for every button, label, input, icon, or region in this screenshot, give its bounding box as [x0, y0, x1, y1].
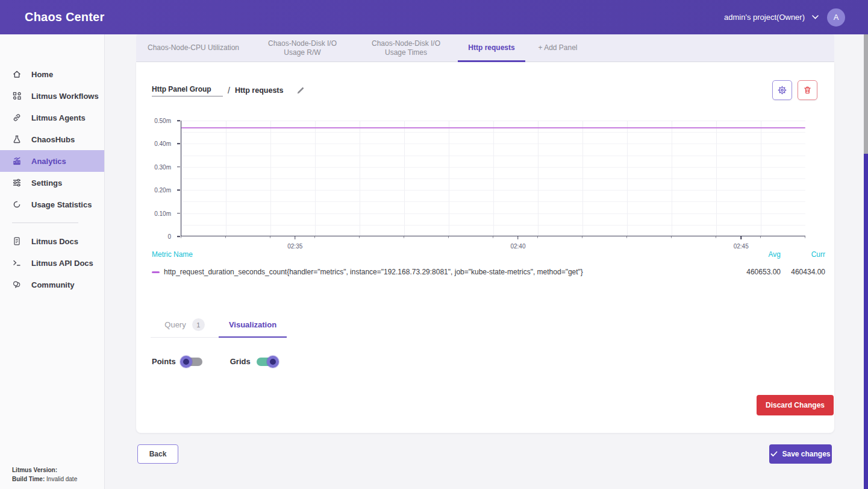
- analytics-icon: [12, 156, 22, 166]
- legend-row[interactable]: http_request_duration_seconds_count{hand…: [136, 267, 834, 279]
- chevron-down-icon: [812, 15, 819, 19]
- document-icon: [12, 236, 22, 246]
- y-tick-label: 0.50m: [154, 118, 171, 124]
- grids-label: Grids: [230, 357, 251, 366]
- sidebar: Home Litmus Workflows Litmus Agents Chao…: [0, 34, 105, 489]
- metric-curr-value: 460434.00: [781, 268, 825, 276]
- build-time-value: Invalid date: [45, 476, 77, 482]
- y-axis-labels: 0.50m0.40m0.30m0.20m0.10m0: [136, 121, 176, 236]
- visualization-tab-label: Visualization: [229, 320, 276, 329]
- sidebar-item-community[interactable]: Community: [0, 274, 104, 295]
- home-icon: [12, 69, 22, 79]
- y-tick-mark: [177, 166, 180, 168]
- tab-query[interactable]: Query 1: [151, 312, 219, 337]
- sidebar-nav: Home Litmus Workflows Litmus Agents Chao…: [0, 34, 104, 295]
- y-tick-mark: [177, 213, 180, 214]
- save-button-label: Save changes: [782, 450, 830, 458]
- discard-changes-button[interactable]: Discard Changes: [757, 395, 834, 415]
- project-dropdown[interactable]: admin's project(Owner): [724, 13, 819, 22]
- points-label: Points: [152, 357, 176, 366]
- y-tick-label: 0.10m: [154, 210, 171, 216]
- sidebar-item-label: Usage Statistics: [31, 200, 92, 209]
- delete-panel-button[interactable]: [798, 80, 817, 100]
- panel-group-name-input[interactable]: [152, 84, 223, 96]
- metric-chart: 0.50m0.40m0.30m0.20m0.10m0 02:3502:4002:…: [136, 116, 834, 255]
- tab-chaos-node-cpu-utilization[interactable]: Chaos-Node-CPU Utilization: [136, 34, 251, 62]
- sidebar-item-label: Analytics: [31, 157, 66, 166]
- panel-name-row: / Http requests: [152, 84, 305, 96]
- link-icon: [12, 113, 22, 122]
- sidebar-item-label: ChaosHubs: [31, 135, 75, 144]
- x-tick-mark: [517, 236, 519, 239]
- tab-add-panel[interactable]: + Add Panel: [525, 34, 590, 62]
- y-tick-mark: [177, 236, 180, 237]
- chart-plot-area: [181, 121, 805, 236]
- sidebar-item-litmus-docs[interactable]: Litmus Docs: [0, 230, 104, 252]
- project-label: admin's project(Owner): [724, 13, 805, 22]
- sidebar-item-settings[interactable]: Settings: [0, 172, 104, 194]
- panel-editor-card: / Http requests 0.50m0.40m0.30m: [136, 62, 834, 433]
- community-icon: [12, 280, 22, 289]
- app-title: Chaos Center: [25, 10, 104, 24]
- avatar[interactable]: A: [827, 8, 845, 27]
- save-changes-button[interactable]: Save changes: [769, 444, 832, 464]
- y-tick-label: 0: [167, 233, 171, 240]
- x-axis-labels: 02:3502:4002:45: [181, 239, 805, 251]
- sidebar-item-label: Community: [31, 280, 75, 289]
- x-tick-label: 02:35: [287, 243, 302, 250]
- y-tick-label: 0.20m: [154, 187, 171, 194]
- sidebar-item-analytics[interactable]: Analytics: [0, 150, 104, 172]
- sidebar-item-litmus-workflows[interactable]: Litmus Workflows: [0, 85, 104, 107]
- legend-header: Metric Name Avg Curr: [136, 250, 834, 260]
- y-tick-mark: [177, 189, 180, 191]
- panel-settings-button[interactable]: [772, 80, 792, 100]
- panel-tab-strip: Chaos-Node-CPU Utilization Chaos-Node-Di…: [136, 34, 834, 62]
- query-tab-label: Query: [164, 320, 186, 329]
- edit-panel-name-button[interactable]: [296, 86, 305, 95]
- sidebar-item-label: Settings: [31, 178, 62, 188]
- x-tick-label: 02:45: [734, 243, 749, 250]
- sidebar-divider: [12, 222, 78, 223]
- points-toggle[interactable]: [182, 358, 202, 366]
- grids-toggle[interactable]: [257, 358, 277, 366]
- grids-toggle-group: Grids: [230, 357, 277, 366]
- sidebar-item-chaoshubs[interactable]: ChaosHubs: [0, 128, 104, 150]
- top-bar-right: admin's project(Owner) A: [724, 0, 845, 34]
- sidebar-item-home[interactable]: Home: [0, 63, 104, 85]
- usage-statistics-icon: [12, 200, 22, 209]
- back-button[interactable]: Back: [137, 444, 178, 464]
- legend-title: Metric Name: [152, 250, 193, 259]
- metric-name: http_request_duration_seconds_count{hand…: [164, 268, 583, 276]
- tab-http-requests[interactable]: Http requests: [458, 34, 525, 62]
- x-tick-mark: [740, 236, 742, 239]
- tab-visualization[interactable]: Visualization: [219, 312, 287, 337]
- x-tick-mark: [295, 236, 296, 239]
- points-toggle-group: Points: [152, 357, 202, 366]
- panel-name: Http requests: [235, 86, 284, 95]
- metric-avg-value: 460653.00: [736, 268, 781, 276]
- sidebar-item-label: Home: [31, 70, 53, 79]
- sidebar-item-usage-statistics[interactable]: Usage Statistics: [0, 194, 104, 215]
- scrollbar-thumb[interactable]: [864, 154, 868, 489]
- gear-icon: [777, 85, 787, 95]
- toggle-knob: [267, 356, 279, 368]
- top-bar: Chaos Center admin's project(Owner) A: [0, 0, 868, 34]
- scrollbar-track[interactable]: [864, 34, 868, 489]
- y-tick-label: 0.30m: [154, 163, 171, 170]
- sidebar-item-label: Litmus Agents: [31, 113, 86, 122]
- chaos-center-app: Chaos Center admin's project(Owner) A Ho…: [0, 0, 868, 489]
- visualization-options: Points Grids: [152, 357, 277, 366]
- tab-chaos-node-disk-io-usage-times[interactable]: Chaos-Node-Disk I/O Usage Times: [354, 34, 458, 62]
- tab-chaos-node-disk-io-usage-rw[interactable]: Chaos-Node-Disk I/O Usage R/W: [251, 34, 354, 62]
- sidebar-item-litmus-api-docs[interactable]: Litmus API Docs: [0, 252, 104, 274]
- toggle-knob: [180, 356, 192, 368]
- sidebar-item-litmus-agents[interactable]: Litmus Agents: [0, 107, 104, 128]
- terminal-icon: [12, 258, 22, 268]
- series-line: [181, 127, 805, 128]
- litmus-version-label: Litmus Version:: [12, 467, 57, 473]
- y-tick-mark: [177, 120, 180, 121]
- trash-icon: [803, 86, 812, 95]
- x-tick-label: 02:40: [510, 243, 525, 250]
- series-color-swatch: [152, 271, 160, 273]
- sliders-icon: [12, 178, 22, 188]
